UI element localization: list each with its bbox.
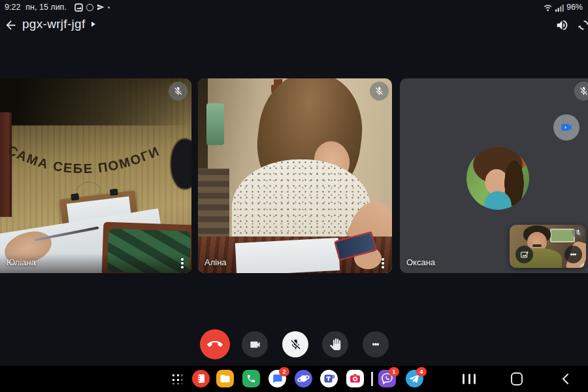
speaker-button[interactable] <box>555 18 569 32</box>
status-bar: 9:22 пн, 15 лип. 96% <box>0 0 588 14</box>
raise-hand-button[interactable] <box>322 331 348 357</box>
mic-off-icon <box>374 86 384 96</box>
videocam-icon <box>249 338 261 351</box>
mic-off-badge <box>370 82 389 101</box>
mic-off-badge <box>169 82 188 101</box>
participant-name: Аліна <box>204 257 227 267</box>
viber-app-icon[interactable]: 1 <box>378 370 396 387</box>
end-call-icon <box>207 336 223 352</box>
videocam-plus-icon <box>560 121 573 134</box>
self-mic-off-badge <box>572 227 584 238</box>
avatar <box>466 147 529 210</box>
mic-off-icon <box>579 86 588 96</box>
wall-picture <box>550 229 575 242</box>
end-call-button[interactable] <box>200 329 230 359</box>
participant-name: Оксана <box>406 257 435 267</box>
screen: 9:22 пн, 15 лип. 96% pgx-wrjf-jgf <box>0 0 588 392</box>
back-chevron-icon <box>561 373 569 385</box>
teams-icon <box>320 370 338 387</box>
back-button[interactable] <box>4 18 18 32</box>
phone-app-icon[interactable] <box>242 370 260 387</box>
flip-camera-button[interactable] <box>577 18 588 32</box>
recents-button[interactable] <box>457 366 481 392</box>
screenshot-icon <box>74 3 83 12</box>
more-options-button[interactable] <box>363 331 389 357</box>
telegram-send-icon <box>97 3 105 11</box>
photo-green-object <box>206 103 224 145</box>
internet-app-icon[interactable] <box>295 370 312 387</box>
mic-off-icon <box>575 229 581 236</box>
tile-more-button[interactable] <box>375 255 391 272</box>
notes-icon <box>192 370 210 387</box>
android-back-button[interactable] <box>555 366 575 392</box>
android-taskbar: 2 1 4 <box>0 366 588 392</box>
self-mustache <box>532 244 542 247</box>
background-effects-icon <box>520 250 529 259</box>
expand-caret-icon <box>91 22 95 27</box>
participant-tile-alina[interactable]: Аліна <box>198 78 392 273</box>
cell-signal-icon <box>555 3 564 12</box>
wall-banner: САМА СЕБЕ ПОМОГИ <box>1 136 169 208</box>
speaker-icon <box>555 18 569 32</box>
phone-icon <box>242 370 260 387</box>
mic-off-icon <box>289 338 302 351</box>
app-drawer-button[interactable] <box>171 373 182 384</box>
mic-toggle-button[interactable] <box>282 331 308 357</box>
planet-icon <box>295 370 312 387</box>
telegram-badge: 4 <box>416 367 427 376</box>
status-date: пн, 15 лип. <box>25 3 67 12</box>
participant-tile-yuliana[interactable]: САМА СЕБЕ ПОМОГИ Юліана <box>0 78 191 273</box>
svg-text:САМА СЕБЕ ПОМОГИ: САМА СЕБЕ ПОМОГИ <box>5 142 162 176</box>
home-icon <box>511 372 523 385</box>
photo-rug <box>198 169 229 246</box>
person-silhouette <box>171 139 191 189</box>
camera-request-button[interactable] <box>553 114 580 140</box>
tile-more-button[interactable] <box>174 255 190 272</box>
taskbar-separator <box>371 372 373 386</box>
wifi-icon <box>543 3 553 12</box>
back-arrow-icon <box>4 18 18 32</box>
background-effects-button[interactable] <box>515 246 533 263</box>
camera-toggle-button[interactable] <box>242 331 268 357</box>
my-files-app-icon[interactable] <box>216 370 234 387</box>
notes-app-icon[interactable] <box>192 370 210 387</box>
teams-app-icon[interactable] <box>320 370 338 387</box>
battery-level: 96% <box>566 3 583 12</box>
home-button[interactable] <box>507 366 527 392</box>
raise-hand-icon <box>329 338 341 350</box>
overflow-dot <box>108 7 110 8</box>
telegram-app-icon[interactable]: 4 <box>406 370 423 387</box>
folder-icon <box>216 370 234 387</box>
participant-name: Юліана <box>7 257 36 267</box>
self-view-tile[interactable] <box>510 225 586 268</box>
meeting-code: pgx-wrjf-jgf <box>22 17 86 31</box>
meeting-title[interactable]: pgx-wrjf-jgf <box>22 17 95 31</box>
paper-sheet <box>235 238 340 273</box>
mic-off-badge <box>574 82 588 101</box>
viber-badge: 1 <box>389 367 399 376</box>
self-more-button[interactable] <box>564 246 582 263</box>
messages-badge: 2 <box>279 367 289 376</box>
photo-ceiling-shadow <box>0 78 191 125</box>
status-time: 9:22 <box>5 3 20 12</box>
flip-camera-icon <box>577 18 588 32</box>
messages-app-icon[interactable]: 2 <box>269 370 286 387</box>
camera-app-icon[interactable] <box>346 370 364 387</box>
mic-off-icon <box>173 86 183 96</box>
wall-banner-text: САМА СЕБЕ ПОМОГИ <box>5 142 162 176</box>
ring-icon <box>86 4 93 11</box>
camera-icon <box>346 370 364 387</box>
